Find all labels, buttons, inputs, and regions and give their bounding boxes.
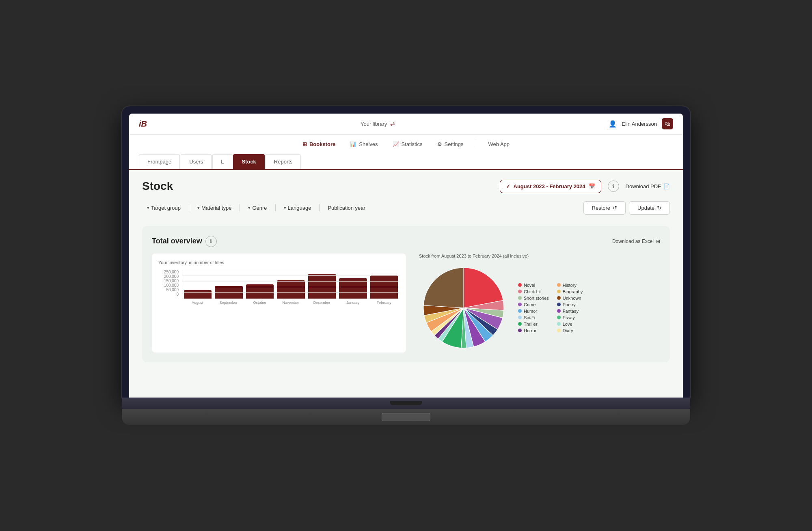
filter-genre[interactable]: ▾ Genre xyxy=(243,202,272,213)
y-label-0: 0 xyxy=(176,292,179,297)
bar-chart-container: Your inventory, in number of titles 250,… xyxy=(152,254,406,353)
date-range-label: August 2023 - February 2024 xyxy=(514,183,585,189)
nav-item-statistics[interactable]: 📈 Statistics xyxy=(387,138,428,150)
legend-dot xyxy=(518,283,522,287)
update-label: Update xyxy=(637,205,654,211)
nav-item-bookstore[interactable]: ⊞ Bookstore xyxy=(297,138,341,150)
update-button[interactable]: Update ↻ xyxy=(629,201,670,215)
grid-line-top xyxy=(182,270,400,270)
filter-publication-year-label: Publication year xyxy=(328,205,365,211)
download-excel-label: Download as Excel xyxy=(612,239,654,244)
pie-chart-title: Stock from August 2023 to February 2024 … xyxy=(419,254,660,258)
tab-frontpage[interactable]: Frontpage xyxy=(139,154,180,169)
download-pdf-button[interactable]: Download PDF 📄 xyxy=(626,183,670,189)
top-center: Your library ⇄ xyxy=(361,120,395,127)
tab-stock[interactable]: Stock xyxy=(233,154,264,169)
filter-material-type[interactable]: ▾ Material type xyxy=(192,202,236,213)
legend-label: History xyxy=(563,283,577,288)
app-logo: iB xyxy=(139,119,147,129)
x-label-december: December xyxy=(308,301,336,305)
main-nav: ⊞ Bookstore 📊 Shelves 📈 Statistics ⚙ Set… xyxy=(129,135,683,154)
top-right: 👤 Elin Andersson 🛍 xyxy=(609,118,673,129)
settings-icon: ⚙ xyxy=(437,141,442,147)
nav-webapp-label: Web App xyxy=(488,141,510,147)
page-header: Stock ✓ August 2023 - February 2024 📅 ℹ … xyxy=(142,180,670,193)
legend-dot xyxy=(557,283,561,287)
your-library-label: Your library xyxy=(361,121,387,127)
info-button[interactable]: ℹ xyxy=(608,181,619,192)
chevron-down-icon-2: ▾ xyxy=(197,205,200,211)
bars-row xyxy=(182,270,400,299)
legend-dot xyxy=(518,322,522,326)
overview-header: Total overview ℹ Download as Excel ⊞ xyxy=(152,236,660,247)
restore-icon: ↺ xyxy=(613,205,617,211)
bar-october xyxy=(246,284,274,299)
bar-december xyxy=(308,274,336,298)
filters-row: ▾ Target group ▾ Material type ▾ Genre xyxy=(142,201,670,215)
charts-row: Your inventory, in number of titles 250,… xyxy=(152,254,660,353)
legend-dot xyxy=(518,303,522,306)
filter-target-group[interactable]: ▾ Target group xyxy=(142,202,186,213)
y-axis: 250,000 200,000 150,000 100,000 50,000 0 xyxy=(158,270,179,305)
bar-november xyxy=(277,280,304,298)
legend-dot xyxy=(557,322,561,326)
legend-label: Love xyxy=(563,322,572,327)
date-range-button[interactable]: ✓ August 2023 - February 2024 📅 xyxy=(500,180,601,193)
top-bar: iB Your library ⇄ 👤 Elin Andersson 🛍 xyxy=(129,114,683,135)
cart-icon[interactable]: 🛍 xyxy=(662,118,673,129)
legend-label: Poetry xyxy=(563,302,576,307)
nav-item-shelves[interactable]: 📊 Shelves xyxy=(344,138,383,150)
x-label-january: January xyxy=(339,301,367,305)
legend-label: Humor xyxy=(524,309,537,314)
filter-genre-label: Genre xyxy=(252,205,267,211)
nav-item-webapp[interactable]: Web App xyxy=(483,138,516,150)
chevron-down-icon-4: ▾ xyxy=(284,205,286,211)
legend-item-essay: Essay xyxy=(557,315,588,320)
switch-icon[interactable]: ⇄ xyxy=(390,120,395,127)
overview-info-button[interactable]: ℹ xyxy=(205,236,217,247)
legend-item-crime: Crime xyxy=(518,302,549,307)
chevron-down-icon: ▾ xyxy=(147,205,149,211)
screen-bezel: iB Your library ⇄ 👤 Elin Andersson 🛍 ⊞ xyxy=(122,106,690,398)
tab-l[interactable]: L xyxy=(212,154,232,169)
legend-item-love: Love xyxy=(557,322,588,327)
nav-bookstore-label: Bookstore xyxy=(309,141,335,147)
overview-title: Total overview xyxy=(152,237,202,245)
nav-statistics-label: Statistics xyxy=(402,141,423,147)
legend: NovelHistoryChick LitBiographyShort stor… xyxy=(518,283,588,333)
filter-publication-year[interactable]: Publication year xyxy=(323,202,370,213)
grid-line-1 xyxy=(182,275,400,276)
legend-label: Fantasy xyxy=(563,309,579,314)
legend-label: Novel xyxy=(524,283,535,288)
filter-language[interactable]: ▾ Language xyxy=(279,202,316,213)
tab-reports[interactable]: Reports xyxy=(266,154,301,169)
legend-label: Crime xyxy=(524,302,536,307)
legend-dot xyxy=(518,290,522,293)
legend-label: Biography xyxy=(563,289,583,294)
legend-label: Sci-Fi xyxy=(524,315,535,320)
y-label-100k: 100,000 xyxy=(164,283,179,288)
bars-area: AugustSeptemberOctoberNovemberDecemberJa… xyxy=(182,270,400,305)
trackpad[interactable] xyxy=(382,413,430,421)
pie-chart-svg xyxy=(419,263,508,353)
legend-dot xyxy=(557,329,561,332)
x-label-october: October xyxy=(246,301,274,305)
tab-users[interactable]: Users xyxy=(181,154,212,169)
grid-line-3 xyxy=(182,287,400,287)
pie-area: NovelHistoryChick LitBiographyShort stor… xyxy=(419,263,660,353)
nav-item-settings[interactable]: ⚙ Settings xyxy=(432,138,469,150)
chevron-down-icon-3: ▾ xyxy=(248,205,251,211)
restore-button[interactable]: Restore ↺ xyxy=(583,201,626,215)
laptop-notch xyxy=(390,401,422,405)
legend-label: Short stories xyxy=(524,296,549,301)
filter-actions: Restore ↺ Update ↻ xyxy=(583,201,670,215)
check-icon: ✓ xyxy=(506,183,510,189)
restore-label: Restore xyxy=(592,205,611,211)
grid-line-2 xyxy=(182,281,400,282)
y-label-50k: 50,000 xyxy=(166,288,179,292)
tabs-bar: Frontpage Users L Stock Reports xyxy=(129,154,683,170)
legend-label: Thriller xyxy=(524,322,538,327)
legend-item-poetry: Poetry xyxy=(557,302,588,307)
download-excel-button[interactable]: Download as Excel ⊞ xyxy=(612,239,660,244)
laptop-screen: iB Your library ⇄ 👤 Elin Andersson 🛍 ⊞ xyxy=(129,114,683,398)
